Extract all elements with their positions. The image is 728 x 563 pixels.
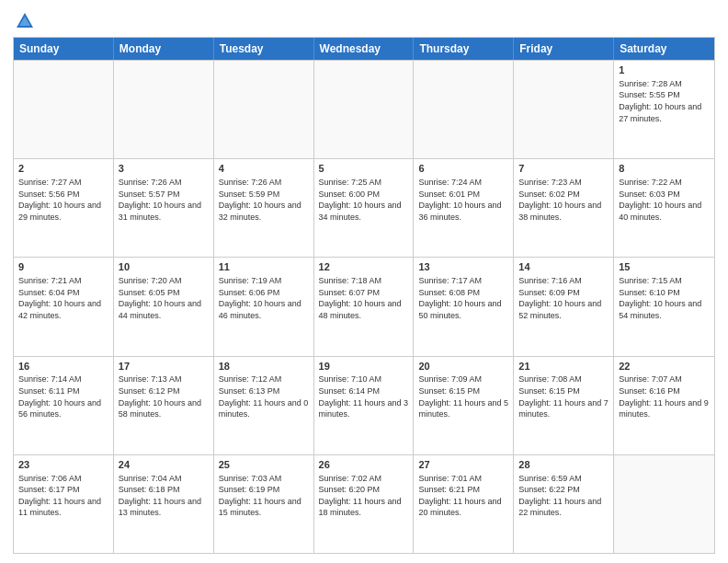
calendar-row: 1Sunrise: 7:28 AMSunset: 5:55 PMDaylight… [14, 60, 714, 158]
day-number: 15 [619, 260, 710, 274]
calendar-row: 16Sunrise: 7:14 AMSunset: 6:11 PMDayligh… [14, 356, 714, 454]
cell-info: Sunrise: 7:04 AMSunset: 6:18 PMDaylight:… [119, 473, 209, 519]
day-number: 9 [18, 260, 108, 274]
cell-info: Sunrise: 7:07 AMSunset: 6:16 PMDaylight:… [619, 373, 710, 419]
calendar-cell: 12Sunrise: 7:18 AMSunset: 6:07 PMDayligh… [314, 258, 415, 355]
cell-info: Sunrise: 7:22 AMSunset: 6:03 PMDaylight:… [619, 177, 710, 223]
calendar-cell: 28Sunrise: 6:59 AMSunset: 6:22 PMDayligh… [514, 455, 614, 553]
calendar-row: 9Sunrise: 7:21 AMSunset: 6:04 PMDaylight… [14, 257, 714, 355]
cell-info: Sunrise: 7:28 AMSunset: 5:55 PMDaylight:… [619, 78, 710, 124]
calendar-header-cell: Wednesday [314, 38, 415, 60]
calendar-cell: 7Sunrise: 7:23 AMSunset: 6:02 PMDaylight… [514, 159, 614, 257]
cell-info: Sunrise: 7:25 AMSunset: 6:00 PMDaylight:… [319, 177, 409, 223]
calendar-cell: 23Sunrise: 7:06 AMSunset: 6:17 PMDayligh… [14, 455, 114, 553]
day-number: 22 [619, 360, 710, 373]
calendar-cell: 18Sunrise: 7:12 AMSunset: 6:13 PMDayligh… [214, 357, 314, 454]
calendar-header-cell: Tuesday [214, 38, 314, 60]
day-number: 3 [119, 162, 209, 176]
cell-info: Sunrise: 7:23 AMSunset: 6:02 PMDaylight:… [518, 177, 609, 223]
day-number: 21 [518, 360, 609, 373]
calendar-cell [414, 61, 514, 158]
day-number: 24 [119, 458, 209, 472]
day-number: 28 [518, 458, 609, 472]
day-number: 6 [418, 162, 508, 176]
day-number: 10 [119, 260, 209, 274]
calendar-cell: 14Sunrise: 7:16 AMSunset: 6:09 PMDayligh… [514, 258, 614, 355]
cell-info: Sunrise: 7:20 AMSunset: 6:05 PMDaylight:… [119, 275, 209, 321]
calendar-cell: 5Sunrise: 7:25 AMSunset: 6:00 PMDaylight… [314, 159, 415, 257]
day-number: 8 [619, 162, 710, 176]
day-number: 26 [319, 458, 409, 472]
day-number: 12 [319, 260, 409, 274]
calendar-cell: 16Sunrise: 7:14 AMSunset: 6:11 PMDayligh… [14, 357, 114, 454]
cell-info: Sunrise: 7:03 AMSunset: 6:19 PMDaylight:… [219, 473, 309, 519]
cell-info: Sunrise: 7:02 AMSunset: 6:20 PMDaylight:… [319, 473, 409, 519]
cell-info: Sunrise: 7:15 AMSunset: 6:10 PMDaylight:… [619, 275, 710, 321]
calendar-cell [114, 61, 214, 158]
day-number: 13 [418, 260, 508, 274]
day-number: 14 [518, 260, 609, 274]
cell-info: Sunrise: 7:08 AMSunset: 6:15 PMDaylight:… [518, 373, 609, 419]
day-number: 2 [18, 162, 108, 176]
calendar-header-cell: Friday [514, 38, 614, 60]
calendar-cell: 8Sunrise: 7:22 AMSunset: 6:03 PMDaylight… [614, 159, 714, 257]
calendar-cell: 9Sunrise: 7:21 AMSunset: 6:04 PMDaylight… [14, 258, 114, 355]
header [13, 9, 715, 31]
cell-info: Sunrise: 7:18 AMSunset: 6:07 PMDaylight:… [319, 275, 409, 321]
calendar-cell: 22Sunrise: 7:07 AMSunset: 6:16 PMDayligh… [614, 357, 714, 454]
calendar-cell: 11Sunrise: 7:19 AMSunset: 6:06 PMDayligh… [214, 258, 314, 355]
calendar-header-cell: Monday [114, 38, 214, 60]
calendar-cell: 4Sunrise: 7:26 AMSunset: 5:59 PMDaylight… [214, 159, 314, 257]
cell-info: Sunrise: 7:16 AMSunset: 6:09 PMDaylight:… [518, 275, 609, 321]
calendar-cell: 20Sunrise: 7:09 AMSunset: 6:15 PMDayligh… [414, 357, 514, 454]
day-number: 25 [219, 458, 309, 472]
cell-info: Sunrise: 7:06 AMSunset: 6:17 PMDaylight:… [18, 473, 108, 519]
calendar-cell [14, 61, 114, 158]
calendar-cell [614, 455, 714, 553]
calendar-body: 1Sunrise: 7:28 AMSunset: 5:55 PMDaylight… [14, 60, 714, 553]
page: SundayMondayTuesdayWednesdayThursdayFrid… [0, 0, 728, 563]
cell-info: Sunrise: 7:09 AMSunset: 6:15 PMDaylight:… [418, 373, 508, 419]
calendar-cell [214, 61, 314, 158]
day-number: 16 [18, 360, 108, 373]
calendar-cell: 3Sunrise: 7:26 AMSunset: 5:57 PMDaylight… [114, 159, 214, 257]
calendar-cell: 27Sunrise: 7:01 AMSunset: 6:21 PMDayligh… [414, 455, 514, 553]
calendar-cell: 1Sunrise: 7:28 AMSunset: 5:55 PMDaylight… [614, 61, 714, 158]
calendar-cell: 21Sunrise: 7:08 AMSunset: 6:15 PMDayligh… [514, 357, 614, 454]
calendar-cell: 19Sunrise: 7:10 AMSunset: 6:14 PMDayligh… [314, 357, 415, 454]
calendar-row: 2Sunrise: 7:27 AMSunset: 5:56 PMDaylight… [14, 158, 714, 257]
calendar-row: 23Sunrise: 7:06 AMSunset: 6:17 PMDayligh… [14, 454, 714, 553]
calendar-header: SundayMondayTuesdayWednesdayThursdayFrid… [14, 38, 714, 60]
day-number: 23 [18, 458, 108, 472]
cell-info: Sunrise: 7:13 AMSunset: 6:12 PMDaylight:… [119, 373, 209, 419]
calendar-header-cell: Saturday [614, 38, 714, 60]
logo-icon [15, 11, 35, 31]
cell-info: Sunrise: 7:12 AMSunset: 6:13 PMDaylight:… [219, 373, 309, 419]
day-number: 19 [319, 360, 409, 373]
calendar-cell: 17Sunrise: 7:13 AMSunset: 6:12 PMDayligh… [114, 357, 214, 454]
calendar-header-cell: Thursday [414, 38, 514, 60]
calendar-cell: 24Sunrise: 7:04 AMSunset: 6:18 PMDayligh… [114, 455, 214, 553]
calendar-cell [514, 61, 614, 158]
calendar-cell: 26Sunrise: 7:02 AMSunset: 6:20 PMDayligh… [314, 455, 415, 553]
day-number: 20 [418, 360, 508, 373]
calendar: SundayMondayTuesdayWednesdayThursdayFrid… [13, 37, 715, 554]
cell-info: Sunrise: 6:59 AMSunset: 6:22 PMDaylight:… [518, 473, 609, 519]
cell-info: Sunrise: 7:19 AMSunset: 6:06 PMDaylight:… [219, 275, 309, 321]
calendar-cell: 13Sunrise: 7:17 AMSunset: 6:08 PMDayligh… [414, 258, 514, 355]
day-number: 11 [219, 260, 309, 274]
day-number: 27 [418, 458, 508, 472]
calendar-cell: 6Sunrise: 7:24 AMSunset: 6:01 PMDaylight… [414, 159, 514, 257]
day-number: 5 [319, 162, 409, 176]
cell-info: Sunrise: 7:14 AMSunset: 6:11 PMDaylight:… [18, 373, 108, 419]
cell-info: Sunrise: 7:01 AMSunset: 6:21 PMDaylight:… [418, 473, 508, 519]
day-number: 1 [619, 63, 710, 77]
cell-info: Sunrise: 7:21 AMSunset: 6:04 PMDaylight:… [18, 275, 108, 321]
calendar-header-cell: Sunday [14, 38, 114, 60]
cell-info: Sunrise: 7:27 AMSunset: 5:56 PMDaylight:… [18, 177, 108, 223]
day-number: 17 [119, 360, 209, 373]
cell-info: Sunrise: 7:26 AMSunset: 5:57 PMDaylight:… [119, 177, 209, 223]
cell-info: Sunrise: 7:26 AMSunset: 5:59 PMDaylight:… [219, 177, 309, 223]
day-number: 7 [518, 162, 609, 176]
cell-info: Sunrise: 7:10 AMSunset: 6:14 PMDaylight:… [319, 373, 409, 419]
